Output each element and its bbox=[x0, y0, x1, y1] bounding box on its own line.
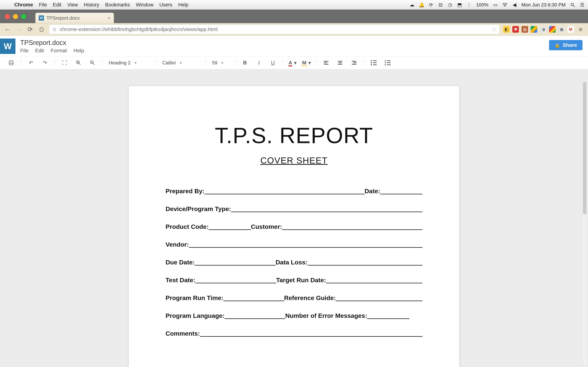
paragraph-style-value: Heading 2 bbox=[109, 60, 131, 66]
tab-close-button[interactable]: × bbox=[108, 15, 111, 21]
font-family-select[interactable]: Calibri ▾ bbox=[159, 58, 202, 67]
window-controls bbox=[5, 14, 26, 19]
print-button[interactable] bbox=[5, 58, 17, 67]
nav-reload-button[interactable]: ⟳ bbox=[26, 25, 34, 33]
text-color-button[interactable]: A ▾ bbox=[286, 58, 299, 67]
document-page[interactable]: T.P.S. REPORT COVER SHEET Prepared By: D… bbox=[129, 86, 459, 367]
blank-product-code[interactable] bbox=[208, 229, 251, 230]
align-right-button[interactable] bbox=[348, 58, 360, 67]
tab-title: TPSreport.docx bbox=[46, 15, 80, 21]
ext-google-icon[interactable] bbox=[549, 26, 556, 33]
ext-gmail-icon[interactable]: M bbox=[567, 26, 574, 33]
blank-prepared-by[interactable] bbox=[205, 193, 364, 194]
svg-point-0 bbox=[505, 6, 505, 7]
align-left-button[interactable] bbox=[320, 58, 332, 67]
bell-icon[interactable]: 🔔 bbox=[419, 2, 424, 7]
browser-tab[interactable]: W TPSreport.docx × bbox=[35, 13, 114, 23]
ext-icon-7[interactable]: ▣ bbox=[558, 26, 565, 33]
nav-back-button[interactable]: ← bbox=[3, 25, 11, 33]
dropbox-icon[interactable]: ⬒ bbox=[457, 2, 462, 7]
bluetooth-icon[interactable]: ᛒ bbox=[467, 2, 472, 7]
wifi-icon[interactable] bbox=[502, 2, 508, 7]
ext-drive-icon[interactable] bbox=[531, 26, 537, 33]
document-canvas[interactable]: T.P.S. REPORT COVER SHEET Prepared By: D… bbox=[0, 80, 588, 367]
battery-percent: 100% bbox=[476, 2, 489, 8]
timemachine-icon[interactable]: ◷ bbox=[448, 2, 453, 7]
ext-icon-5[interactable]: ◑ bbox=[540, 26, 546, 33]
address-bar[interactable]: 🗎 chrome-extension://ehibbfinohgbchlgdbf… bbox=[49, 25, 500, 34]
share-button[interactable]: 🔒 Share bbox=[549, 40, 582, 50]
scrollbar-thumb[interactable] bbox=[583, 82, 586, 214]
apple-logo-icon[interactable] bbox=[3, 2, 9, 7]
blank-data-loss[interactable] bbox=[308, 264, 423, 266]
blank-test-date[interactable] bbox=[195, 282, 276, 283]
zoom-in-button[interactable] bbox=[72, 58, 85, 67]
volume-icon[interactable]: ◀ bbox=[512, 2, 517, 7]
mac-menu-help[interactable]: Help bbox=[178, 2, 189, 8]
mac-menu-view[interactable]: View bbox=[67, 2, 78, 8]
mac-menu-bookmarks[interactable]: Bookmarks bbox=[105, 2, 130, 8]
blank-vendor[interactable] bbox=[189, 247, 423, 248]
undo-button[interactable]: ↶ bbox=[25, 58, 37, 67]
app-logo-icon[interactable]: W bbox=[0, 39, 16, 54]
label-device-type: Device/Program Type: bbox=[165, 205, 231, 212]
redo-button[interactable]: ↷ bbox=[39, 58, 51, 67]
notification-center-icon[interactable]: ☰ bbox=[579, 2, 585, 7]
mac-app-name[interactable]: Chrome bbox=[14, 2, 33, 8]
ext-icon-2[interactable]: ✱ bbox=[512, 26, 519, 33]
blank-date[interactable] bbox=[380, 193, 423, 194]
blank-num-error-messages[interactable] bbox=[367, 318, 409, 319]
blank-due-date[interactable] bbox=[195, 264, 276, 266]
battery-icon[interactable]: ▭ bbox=[493, 2, 498, 7]
blank-program-language[interactable] bbox=[225, 318, 285, 319]
spotlight-icon[interactable] bbox=[570, 2, 575, 7]
fit-to-page-button[interactable]: ⛶ bbox=[58, 58, 70, 67]
label-num-error-messages: Number of Error Messages: bbox=[285, 312, 367, 319]
window-zoom-button[interactable] bbox=[21, 14, 26, 19]
document-title[interactable]: TPSreport.docx bbox=[20, 39, 84, 47]
nav-forward-button[interactable]: → bbox=[15, 25, 23, 33]
bulleted-list-button[interactable] bbox=[382, 58, 394, 67]
doc-menu-file[interactable]: File bbox=[20, 48, 28, 54]
cloud-icon[interactable]: ☁︎ bbox=[409, 2, 415, 7]
highlight-color-button[interactable]: M ▾ bbox=[300, 58, 312, 67]
svg-line-12 bbox=[93, 63, 95, 65]
blank-device-type[interactable] bbox=[231, 211, 423, 212]
bookmark-star-icon[interactable]: ☆ bbox=[492, 26, 497, 33]
menu-clock[interactable]: Mon Jun 23 6:30 PM bbox=[521, 2, 566, 8]
row-lang-errors: Program Language: Number of Error Messag… bbox=[165, 312, 423, 319]
bold-button[interactable]: B bbox=[239, 58, 251, 67]
display-icon[interactable]: ⊟ bbox=[438, 2, 443, 7]
doc-menu-help[interactable]: Help bbox=[73, 48, 84, 54]
mac-menu-window[interactable]: Window bbox=[136, 2, 153, 8]
label-data-loss: Data Loss: bbox=[276, 259, 308, 266]
blank-program-run-time[interactable] bbox=[224, 300, 284, 301]
svg-rect-3 bbox=[9, 60, 13, 62]
mac-menu-users[interactable]: Users bbox=[159, 2, 172, 8]
italic-button[interactable]: I bbox=[253, 58, 265, 67]
blank-target-run-date[interactable] bbox=[326, 282, 423, 283]
nav-home-button[interactable] bbox=[37, 25, 46, 33]
doc-menu-format[interactable]: Format bbox=[51, 48, 67, 54]
mac-menu-file[interactable]: File bbox=[39, 2, 47, 8]
zoom-out-button[interactable] bbox=[86, 58, 98, 67]
doc-menu-edit[interactable]: Edit bbox=[35, 48, 44, 54]
vertical-scrollbar[interactable] bbox=[582, 81, 587, 366]
label-program-language: Program Language: bbox=[165, 312, 225, 319]
blank-reference-guide[interactable] bbox=[336, 300, 423, 301]
blank-customer[interactable] bbox=[282, 229, 423, 230]
mac-menu-history[interactable]: History bbox=[84, 2, 99, 8]
underline-button[interactable]: U bbox=[267, 58, 279, 67]
align-center-button[interactable] bbox=[334, 58, 346, 67]
mac-menu-edit[interactable]: Edit bbox=[53, 2, 61, 8]
font-size-select[interactable]: 59 ▾ bbox=[209, 58, 231, 67]
blank-comments[interactable] bbox=[200, 336, 423, 337]
paragraph-style-select[interactable]: Heading 2 ▾ bbox=[106, 58, 152, 67]
numbered-list-button[interactable] bbox=[368, 58, 380, 67]
window-close-button[interactable] bbox=[5, 14, 10, 19]
sync-icon[interactable]: ⟳ bbox=[429, 2, 434, 7]
window-minimize-button[interactable] bbox=[13, 14, 18, 19]
ext-icon-1[interactable]: ◧ bbox=[503, 26, 510, 33]
ext-icon-3[interactable]: ▤ bbox=[521, 26, 528, 33]
chrome-menu-button[interactable]: ≡ bbox=[577, 25, 585, 33]
